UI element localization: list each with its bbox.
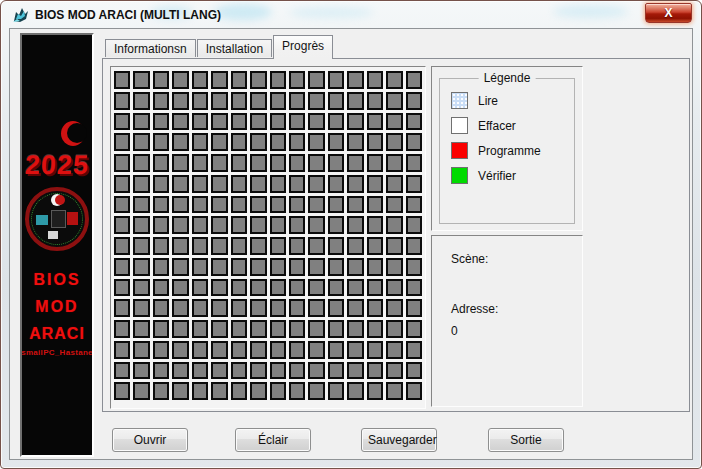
grid-cell	[386, 279, 402, 297]
grid-cell	[153, 320, 169, 338]
grid-cell	[192, 320, 208, 338]
exit-button[interactable]: Sortie	[488, 428, 564, 452]
grid-cell	[270, 113, 286, 131]
grid-cell	[211, 71, 227, 89]
grid-cell	[211, 133, 227, 151]
grid-cell	[153, 175, 169, 193]
tab-progres[interactable]: Progrès	[273, 35, 333, 59]
grid-cell	[172, 133, 188, 151]
glass-reflection	[214, 4, 272, 20]
grid-cell	[328, 299, 344, 317]
grid-cell	[289, 154, 305, 172]
grid-cell	[211, 196, 227, 214]
grid-cell	[308, 113, 324, 131]
grid-cell	[347, 216, 363, 234]
grid-cell	[406, 71, 422, 89]
grid-cell	[114, 175, 130, 193]
grid-cell	[114, 341, 130, 359]
grid-cell	[192, 92, 208, 110]
grid-cell	[114, 196, 130, 214]
grid-cell	[153, 154, 169, 172]
grid-cell	[328, 113, 344, 131]
grid-cell	[328, 71, 344, 89]
grid-cell	[328, 216, 344, 234]
grid-cell	[406, 237, 422, 255]
grid-cell	[133, 154, 149, 172]
grid-cell	[308, 196, 324, 214]
sidebar-title-bios: BIOS	[33, 271, 80, 289]
emblem-detail	[67, 212, 78, 225]
grid-cell	[133, 133, 149, 151]
grid-cell	[231, 258, 247, 276]
grid-cell	[114, 299, 130, 317]
verify-swatch	[451, 167, 468, 184]
grid-cell	[386, 133, 402, 151]
grid-cell	[289, 382, 305, 400]
sidebar-subtitle: smailPC_Hastane	[21, 348, 93, 357]
grid-cell	[114, 216, 130, 234]
legend-label: Effacer	[478, 119, 516, 133]
grid-cell	[308, 279, 324, 297]
grid-cell	[386, 382, 402, 400]
grid-cell	[172, 71, 188, 89]
grid-cell	[172, 299, 188, 317]
grid-cell	[211, 382, 227, 400]
grid-cell	[133, 196, 149, 214]
grid-cell	[172, 279, 188, 297]
legend-label: Lire	[478, 94, 498, 108]
grid-cell	[289, 113, 305, 131]
grid-cell	[386, 113, 402, 131]
grid-cell	[328, 320, 344, 338]
grid-cell	[192, 299, 208, 317]
legend-title: Légende	[479, 71, 536, 85]
grid-cell	[289, 133, 305, 151]
grid-cell	[153, 382, 169, 400]
flash-button[interactable]: Éclair	[235, 428, 311, 452]
grid-cell	[250, 196, 266, 214]
save-button[interactable]: Sauvegarder	[361, 428, 437, 452]
legend-item-effacer: Effacer	[451, 117, 574, 134]
open-button[interactable]: Ouvrir	[112, 428, 188, 452]
grid-cell	[153, 299, 169, 317]
grid-cell	[231, 154, 247, 172]
grid-cell	[347, 113, 363, 131]
grid-cell	[308, 320, 324, 338]
grid-cell	[289, 92, 305, 110]
grid-cell	[133, 341, 149, 359]
grid-cell	[250, 175, 266, 193]
close-button[interactable]: X	[645, 3, 692, 23]
grid-cell	[289, 71, 305, 89]
titlebar[interactable]: BIOS MOD ARACI (MULTI LANG) X	[1, 1, 701, 28]
grid-cell	[347, 320, 363, 338]
grid-cell	[308, 92, 324, 110]
tab-informationsn[interactable]: Informationsn	[105, 39, 196, 57]
grid-cell	[114, 258, 130, 276]
tab-installation[interactable]: Installation	[197, 39, 272, 57]
grid-cell	[114, 92, 130, 110]
grid-cell	[231, 279, 247, 297]
grid-cell	[270, 92, 286, 110]
grid-cell	[153, 133, 169, 151]
read-swatch	[451, 92, 468, 109]
grid-cell	[153, 92, 169, 110]
emblem-detail	[48, 231, 58, 239]
grid-cell	[231, 216, 247, 234]
grid-cell	[172, 362, 188, 380]
grid-cell	[406, 216, 422, 234]
grid-cell	[192, 279, 208, 297]
grid-cell	[289, 258, 305, 276]
grid-cell	[328, 362, 344, 380]
grid-cell	[289, 196, 305, 214]
grid-cell	[367, 320, 383, 338]
grid-cell	[386, 362, 402, 380]
grid-cell	[250, 320, 266, 338]
grid-cell	[270, 362, 286, 380]
grid-cell	[172, 237, 188, 255]
grid-cell	[192, 71, 208, 89]
grid-cell	[328, 154, 344, 172]
grid-cell	[133, 382, 149, 400]
grid-cell	[172, 154, 188, 172]
close-x-icon: X	[664, 6, 672, 20]
grid-cell	[250, 382, 266, 400]
grid-cell	[270, 382, 286, 400]
